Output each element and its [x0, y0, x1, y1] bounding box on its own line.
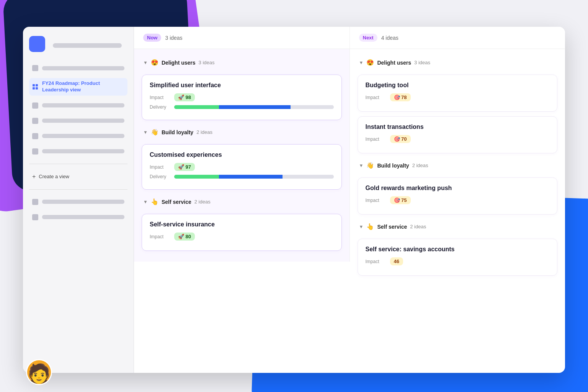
self-service-emoji-next: 👆 — [366, 223, 374, 230]
create-view-label: Create a view — [39, 174, 69, 179]
now-badge: Now — [143, 34, 161, 42]
delight-emoji: 😍 — [151, 59, 158, 66]
impact-label: Impact — [150, 95, 170, 100]
field-impact-self-service: Impact 🚀 80 — [150, 233, 334, 241]
group-count-delight-next: 3 ideas — [414, 60, 430, 65]
card-title-simplified-ui: Simplified user interface — [150, 82, 334, 89]
sidebar-line-3 — [42, 119, 124, 123]
sidebar-divider-1 — [29, 164, 127, 164]
sidebar-divider-2 — [29, 189, 127, 190]
table-icon — [32, 84, 38, 90]
sidebar-line-4 — [42, 134, 124, 138]
card-gold-rewards[interactable]: Gold rewards marketing push Impact 🎯 75 — [358, 177, 558, 215]
sidebar: FY24 Roadmap: Product Leadership view + … — [23, 27, 134, 373]
delivery-bar-simplified — [174, 105, 334, 109]
group-self-service-next: ▼ 👆 Self service 2 ideas — [358, 219, 558, 234]
card-instant-transactions[interactable]: Instant transactions Impact 🎯 70 — [358, 116, 558, 153]
impact-badge-self-service: 🚀 80 — [174, 233, 195, 241]
sidebar-line-7 — [42, 215, 124, 219]
card-simplified-ui[interactable]: Simplified user interface Impact 🚀 98 De… — [142, 75, 342, 120]
impact-badge-simplified: 🚀 98 — [174, 93, 195, 101]
avatar[interactable]: 🧑 — [26, 359, 52, 385]
sidebar-item-fy24-roadmap[interactable]: FY24 Roadmap: Product Leadership view — [29, 78, 127, 96]
impact-label-7: Impact — [366, 259, 386, 264]
sidebar-icon-3 — [32, 118, 38, 124]
sidebar-nav-item-7[interactable] — [29, 212, 127, 223]
group-name-delight-next: Delight users — [377, 60, 411, 66]
sidebar-line-2 — [42, 103, 124, 107]
columns-header: Now 3 ideas Next 4 ideas — [134, 27, 565, 49]
chevron-down-icon-3[interactable]: ▼ — [143, 199, 148, 205]
field-impact-customised: Impact 🚀 97 — [150, 163, 334, 171]
group-name-delight: Delight users — [162, 60, 196, 66]
card-title-gold-rewards: Gold rewards marketing push — [366, 185, 550, 192]
svg-rect-2 — [33, 87, 35, 89]
impact-label-2: Impact — [150, 164, 170, 170]
group-count-loyalty-next: 2 ideas — [412, 163, 428, 168]
sidebar-nav-item-2[interactable] — [29, 100, 127, 111]
group-name-loyalty: Build loyalty — [162, 129, 193, 135]
plus-icon: + — [32, 173, 36, 180]
impact-label-5: Impact — [366, 137, 386, 142]
delivery-label-2: Delivery — [150, 174, 170, 179]
sidebar-nav-item-4[interactable] — [29, 131, 127, 142]
avatar-figure: 🧑 — [27, 360, 51, 384]
sidebar-line-5 — [42, 149, 124, 153]
delivery-green-seg — [174, 105, 219, 109]
field-impact-gold-rewards: Impact 🎯 75 — [366, 196, 550, 204]
field-delivery-simplified: Delivery — [150, 104, 334, 110]
chevron-down-icon[interactable]: ▼ — [143, 60, 148, 65]
card-self-service-insurance[interactable]: Self-service insurance Impact 🚀 80 — [142, 214, 342, 251]
card-customised-experiences[interactable]: Customised experiences Impact 🚀 97 Deliv… — [142, 144, 342, 190]
app-logo — [29, 36, 45, 52]
impact-badge-instant: 🎯 70 — [390, 135, 411, 143]
svg-rect-1 — [36, 84, 38, 86]
next-column: ▼ 😍 Delight users 3 ideas Budgeting tool… — [350, 49, 565, 286]
sidebar-icon-2 — [32, 102, 38, 109]
group-count-self-service-next: 2 ideas — [410, 224, 426, 229]
col-header-now: Now 3 ideas — [134, 27, 350, 49]
group-delight-users-next: ▼ 😍 Delight users 3 ideas — [358, 55, 558, 70]
field-delivery-customised: Delivery — [150, 174, 334, 179]
impact-label-6: Impact — [366, 198, 386, 203]
impact-label-4: Impact — [366, 95, 386, 100]
create-view-button[interactable]: + Create a view — [29, 171, 127, 182]
svg-rect-3 — [36, 87, 38, 89]
sidebar-nav-item-1[interactable] — [29, 63, 127, 73]
card-title-budgeting: Budgeting tool — [366, 82, 550, 89]
sidebar-nav-item-5[interactable] — [29, 146, 127, 157]
sidebar-nav-item-6[interactable] — [29, 197, 127, 207]
loyalty-emoji: 👋 — [151, 128, 158, 136]
sidebar-icon-1 — [32, 65, 38, 71]
delivery-bar-customised — [174, 175, 334, 179]
delivery-blue-seg-2 — [219, 175, 283, 179]
chevron-down-icon-6[interactable]: ▼ — [359, 224, 364, 229]
app-window: FY24 Roadmap: Product Leadership view + … — [23, 27, 565, 373]
columns-body: ▼ 😍 Delight users 3 ideas Simplified use… — [134, 49, 565, 286]
sidebar-line-1 — [42, 66, 124, 70]
field-impact-budgeting: Impact 🎯 78 — [366, 93, 550, 101]
impact-badge-gold-rewards: 🎯 75 — [390, 196, 411, 204]
now-column: ▼ 😍 Delight users 3 ideas Simplified use… — [134, 49, 350, 262]
delivery-grey-seg — [291, 105, 333, 109]
group-build-loyalty-next: ▼ 👋 Build loyalty 2 ideas — [358, 158, 558, 173]
delivery-blue-seg — [219, 105, 291, 109]
now-ideas-count: 3 ideas — [165, 35, 182, 41]
sidebar-icon-7 — [32, 214, 38, 220]
card-savings-accounts[interactable]: Self service: savings accounts Impact 46 — [358, 239, 558, 276]
main-content: Now 3 ideas Next 4 ideas ▼ 😍 Delight use… — [134, 27, 565, 373]
loyalty-emoji-next: 👋 — [366, 162, 374, 169]
chevron-down-icon-5[interactable]: ▼ — [359, 163, 364, 168]
group-count-delight: 3 ideas — [199, 60, 215, 65]
svg-rect-0 — [33, 84, 35, 86]
delivery-green-seg-2 — [174, 175, 219, 179]
sidebar-nav-item-3[interactable] — [29, 115, 127, 126]
col-header-next: Next 4 ideas — [350, 27, 565, 49]
chevron-down-icon-2[interactable]: ▼ — [143, 130, 148, 135]
card-title-instant: Instant transactions — [366, 124, 550, 130]
chevron-down-icon-4[interactable]: ▼ — [359, 60, 364, 65]
field-impact-savings: Impact 46 — [366, 257, 550, 265]
card-title-customised: Customised experiences — [150, 151, 334, 158]
sidebar-title-placeholder — [53, 43, 122, 48]
card-budgeting-tool[interactable]: Budgeting tool Impact 🎯 78 — [358, 75, 558, 112]
